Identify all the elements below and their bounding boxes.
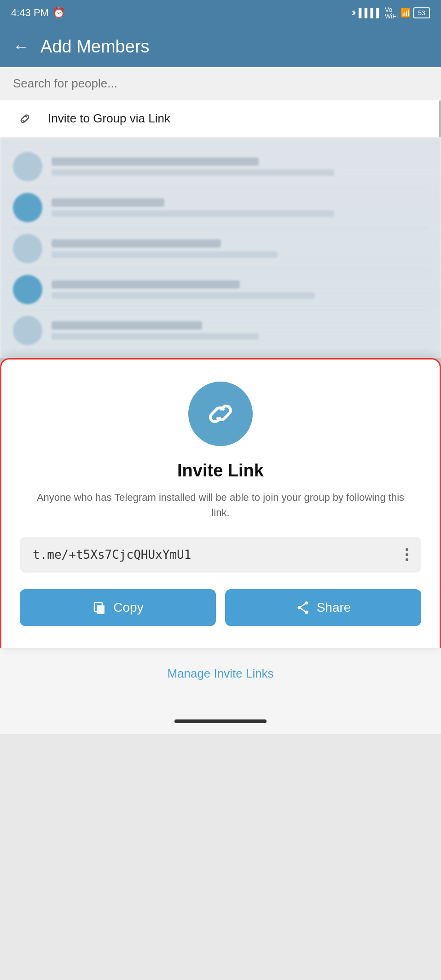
status-icons: 𝇩 ▌▌▌▌ VoWiFi 📶 53 xyxy=(352,6,430,19)
more-options-button[interactable] xyxy=(406,548,408,561)
svg-line-6 xyxy=(301,609,305,612)
status-bar: 4:43 PM ⏰ 𝇩 ▌▌▌▌ VoWiFi 📶 53 xyxy=(0,0,441,26)
invite-row-label: Invite to Group via Link xyxy=(48,111,170,126)
home-bar xyxy=(174,719,267,723)
invite-link-modal: Invite Link Anyone who has Telegram inst… xyxy=(0,358,441,648)
contacts-list xyxy=(0,137,441,358)
alarm-icon: ⏰ xyxy=(52,7,65,19)
action-buttons: Copy Share xyxy=(20,589,421,626)
share-icon xyxy=(296,600,310,615)
modal-link-icon-circle xyxy=(188,382,253,446)
modal-icon-area xyxy=(20,382,421,446)
modal-description: Anyone who has Telegram installed will b… xyxy=(20,490,421,520)
back-button[interactable]: ← xyxy=(13,38,29,55)
avatar xyxy=(13,152,42,181)
bluetooth-icon: 𝇩 xyxy=(352,8,356,18)
avatar xyxy=(13,275,42,304)
copy-icon xyxy=(92,600,107,615)
status-time: 4:43 PM ⏰ xyxy=(11,7,65,19)
blur-contact-5 xyxy=(13,310,428,351)
avatar xyxy=(13,234,42,263)
search-bar xyxy=(0,67,441,100)
app-header: ← Add Members xyxy=(0,26,441,67)
vowifi-icon: VoWiFi xyxy=(385,6,398,19)
wifi-icon: 📶 xyxy=(400,8,411,18)
avatar xyxy=(13,316,42,345)
modal-overlay: Invite Link Anyone who has Telegram inst… xyxy=(0,358,441,648)
home-indicator xyxy=(0,708,441,734)
link-icon xyxy=(13,107,37,131)
modal-title: Invite Link xyxy=(20,461,421,481)
blur-contact-3 xyxy=(13,228,428,269)
copy-button[interactable]: Copy xyxy=(20,589,216,626)
link-box: t.me/+t5Xs7CjcQHUxYmU1 xyxy=(20,537,421,573)
blur-contact-4 xyxy=(13,269,428,310)
page-title: Add Members xyxy=(41,37,150,57)
svg-rect-0 xyxy=(97,605,104,614)
invite-link-text: t.me/+t5Xs7CjcQHUxYmU1 xyxy=(33,548,191,562)
avatar xyxy=(13,193,42,222)
signal-icon: ▌▌▌▌ xyxy=(359,8,382,18)
invite-to-group-row[interactable]: Invite to Group via Link xyxy=(0,100,441,137)
svg-line-5 xyxy=(301,604,305,607)
share-button[interactable]: Share xyxy=(225,589,421,626)
blur-contact-1 xyxy=(13,146,428,187)
blur-contact-2 xyxy=(13,187,428,228)
manage-invite-links-button[interactable]: Manage Invite Links xyxy=(167,667,273,680)
search-input[interactable] xyxy=(13,76,428,91)
manage-links-section: Manage Invite Links xyxy=(0,648,441,708)
chain-link-icon xyxy=(202,395,239,432)
battery-indicator: 53 xyxy=(413,7,430,18)
